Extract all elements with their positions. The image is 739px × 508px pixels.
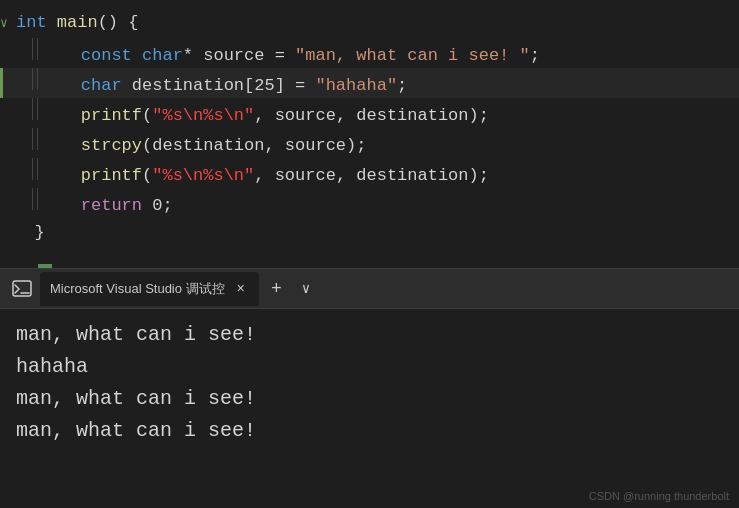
code-editor: ∨ int main() { const char* source = "man… — [0, 0, 739, 268]
output-line-4: man, what can i see! — [16, 415, 723, 447]
code-line-4: printf("%s\n%s\n", source, destination); — [0, 98, 739, 128]
output-line-2: hahaha — [16, 351, 723, 383]
code-line-6: printf("%s\n%s\n", source, destination); — [0, 158, 739, 188]
code-line-1: ∨ int main() { — [0, 8, 739, 38]
code-line-3: char destination[25] = "hahaha"; — [0, 68, 739, 98]
code-text: int main() { — [16, 8, 138, 38]
code-line-2: const char* source = "man, what can i se… — [0, 38, 739, 68]
panel-tab-bar: Microsoft Visual Studio 调试控 × + ∨ — [0, 269, 739, 309]
output-line-1: man, what can i see! — [16, 319, 723, 351]
bottom-panel: Microsoft Visual Studio 调试控 × + ∨ man, w… — [0, 268, 739, 508]
code-line-5: strcpy(destination, source); — [0, 128, 739, 158]
code-text: return 0; — [40, 191, 173, 221]
panel-output: man, what can i see! hahaha man, what ca… — [0, 309, 739, 457]
code-line-7: return 0; — [0, 188, 739, 218]
collapse-arrow[interactable]: ∨ — [0, 9, 14, 39]
code-text: printf("%s\n%s\n", source, destination); — [40, 101, 489, 131]
code-line-8: } — [0, 218, 739, 248]
tab-chevron-button[interactable]: ∨ — [294, 278, 318, 299]
code-text: const char* source = "man, what can i se… — [40, 41, 540, 71]
tab-add-button[interactable]: + — [263, 277, 290, 301]
app-container: ∨ int main() { const char* source = "man… — [0, 0, 739, 508]
tab-close-button[interactable]: × — [233, 279, 249, 299]
terminal-icon — [8, 275, 36, 303]
code-text: printf("%s\n%s\n", source, destination); — [40, 161, 489, 191]
watermark: CSDN @running thunderbolt — [589, 490, 729, 502]
tab-label: Microsoft Visual Studio 调试控 — [50, 280, 225, 298]
code-text: } — [14, 218, 45, 248]
code-text: char destination[25] = "hahaha"; — [40, 71, 407, 101]
debug-console-tab[interactable]: Microsoft Visual Studio 调试控 × — [40, 272, 259, 306]
code-text: strcpy(destination, source); — [40, 131, 366, 161]
output-line-3: man, what can i see! — [16, 383, 723, 415]
